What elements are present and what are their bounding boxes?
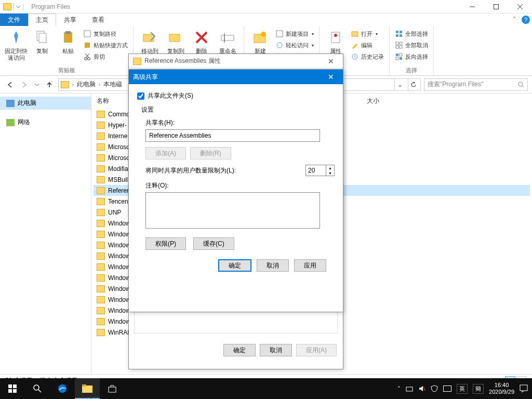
pin-to-quick-access-button[interactable]: 固定到快 速访问	[3, 27, 29, 61]
window-title: Program Files	[27, 3, 460, 10]
folder-icon	[97, 307, 105, 314]
start-button[interactable]	[0, 378, 25, 399]
ribbon-collapse-icon[interactable]: ˄	[509, 14, 520, 26]
svg-rect-39	[396, 57, 398, 60]
delete-button[interactable]: 删除	[189, 27, 215, 55]
cut-button[interactable]: 剪切	[81, 51, 130, 62]
sharing-ok-button[interactable]: 确定	[218, 259, 251, 272]
svg-rect-9	[85, 43, 90, 48]
refresh-button[interactable]	[408, 79, 418, 90]
share-name-input[interactable]	[145, 129, 320, 142]
search-task-button[interactable]	[25, 378, 50, 399]
search-icon[interactable]	[518, 82, 524, 88]
tab-share[interactable]: 共享	[56, 14, 84, 26]
edge-task-button[interactable]	[50, 378, 75, 399]
copy-to-button[interactable]: 复制到	[163, 27, 189, 55]
back-button[interactable]	[4, 79, 16, 90]
taskbar: ˄ 英 簡 16:40 2020/9/29	[0, 378, 532, 399]
network-tray-icon[interactable]	[406, 385, 413, 392]
folder-icon	[97, 296, 105, 303]
svg-rect-15	[169, 34, 180, 42]
comment-textarea[interactable]	[145, 192, 320, 229]
svg-rect-1	[494, 4, 499, 9]
svg-point-21	[261, 32, 266, 37]
minimize-button[interactable]	[460, 0, 484, 14]
permissions-button[interactable]: 权限(P)	[145, 237, 186, 250]
new-item-button[interactable]: 新建项目▾	[273, 28, 316, 39]
breadcrumb-pc[interactable]: 此电脑	[77, 80, 96, 89]
open-button[interactable]: 打开▾	[349, 28, 386, 39]
column-size[interactable]: 大小	[367, 97, 379, 105]
paste-shortcut-button[interactable]: 粘贴快捷方式	[81, 39, 130, 51]
volume-tray-icon[interactable]	[418, 385, 425, 392]
search-input[interactable]: 搜索"Program Files"	[424, 78, 528, 91]
qat-separator: |	[22, 3, 24, 10]
copy-path-button[interactable]: 复制路径	[81, 28, 130, 39]
invert-selection-button[interactable]: 反向选择	[393, 51, 430, 62]
chevron-right-icon[interactable]: ›	[72, 82, 74, 87]
edit-button[interactable]: 编辑	[349, 39, 386, 51]
spin-up-icon[interactable]: ▲	[326, 165, 334, 170]
folder-icon	[97, 220, 105, 227]
user-limit-spinner[interactable]: ▲▼	[305, 165, 335, 176]
properties-apply-button[interactable]: 应用(A)	[296, 344, 337, 356]
ime-lang-2[interactable]: 簡	[473, 384, 484, 394]
defender-tray-icon[interactable]	[431, 385, 438, 392]
tray-overflow-icon[interactable]: ˄	[397, 385, 401, 392]
history-button[interactable]: 历史记录	[349, 51, 386, 62]
svg-rect-33	[400, 42, 402, 45]
sharing-titlebar[interactable]: 高级共享 ✕	[129, 70, 343, 84]
qat-dropdown-icon[interactable]	[16, 5, 20, 9]
maximize-button[interactable]	[484, 0, 508, 14]
share-folder-checkbox[interactable]: 共享此文件夹(S)	[137, 91, 335, 100]
explorer-task-button[interactable]	[75, 378, 100, 399]
svg-rect-43	[13, 384, 17, 388]
select-all-button[interactable]: 全部选择	[393, 28, 430, 39]
remove-button[interactable]: 删除(R)	[190, 147, 231, 159]
svg-rect-55	[520, 385, 527, 391]
copy-button[interactable]: 复制	[29, 27, 55, 55]
svg-rect-42	[8, 384, 12, 388]
folder-icon	[97, 132, 105, 140]
sidebar: 此电脑 网络	[0, 94, 91, 374]
paste-button[interactable]: 粘贴	[55, 27, 81, 55]
folder-icon	[97, 198, 105, 205]
taskbar-clock[interactable]: 16:40 2020/9/29	[489, 382, 514, 395]
help-button[interactable]: ?	[520, 14, 532, 26]
spin-down-icon[interactable]: ▼	[326, 170, 334, 176]
sidebar-item-network[interactable]: 网络	[0, 116, 91, 129]
close-button[interactable]	[508, 0, 532, 14]
new-folder-button[interactable]: 新建	[247, 27, 273, 55]
svg-line-12	[86, 54, 89, 58]
sharing-apply-button[interactable]: 应用	[294, 259, 326, 272]
sharing-close-button[interactable]: ✕	[323, 73, 339, 81]
sidebar-item-pc[interactable]: 此电脑	[0, 97, 91, 110]
properties-cancel-button[interactable]: 取消	[260, 344, 292, 356]
recent-dropdown[interactable]	[33, 79, 41, 90]
breadcrumb-disk[interactable]: 本地磁	[103, 80, 122, 89]
tab-home[interactable]: 主页	[28, 14, 56, 26]
cache-button[interactable]: 缓存(C)	[193, 237, 234, 250]
properties-titlebar[interactable]: Reference Assemblies 属性 ✕	[129, 54, 343, 69]
notifications-tray-icon[interactable]	[520, 384, 528, 393]
easy-access-button[interactable]: 轻松访问▾	[273, 39, 316, 51]
tab-view[interactable]: 查看	[84, 14, 112, 26]
sharing-cancel-button[interactable]: 取消	[257, 259, 289, 272]
up-button[interactable]	[44, 79, 55, 90]
rename-button[interactable]: 重命名	[215, 27, 241, 55]
user-limit-label: 将同时共享的用户数量限制为(L):	[145, 166, 301, 175]
select-none-button[interactable]: 全部取消	[393, 39, 430, 51]
svg-line-53	[423, 387, 425, 391]
address-dropdown[interactable]: ⌄	[394, 79, 405, 90]
ime-lang-1[interactable]: 英	[457, 384, 468, 394]
add-button[interactable]: 添加(A)	[145, 147, 186, 159]
forward-button[interactable]	[19, 79, 30, 90]
folder-icon	[97, 176, 105, 183]
tab-file[interactable]: 文件	[0, 14, 28, 26]
store-task-button[interactable]	[100, 378, 125, 399]
properties-close-button[interactable]: ✕	[323, 57, 339, 65]
keyboard-tray-icon[interactable]	[443, 385, 451, 392]
move-to-button[interactable]: 移动到	[137, 27, 163, 55]
properties-button[interactable]: 属性	[323, 27, 349, 55]
properties-ok-button[interactable]: 确定	[223, 344, 256, 356]
